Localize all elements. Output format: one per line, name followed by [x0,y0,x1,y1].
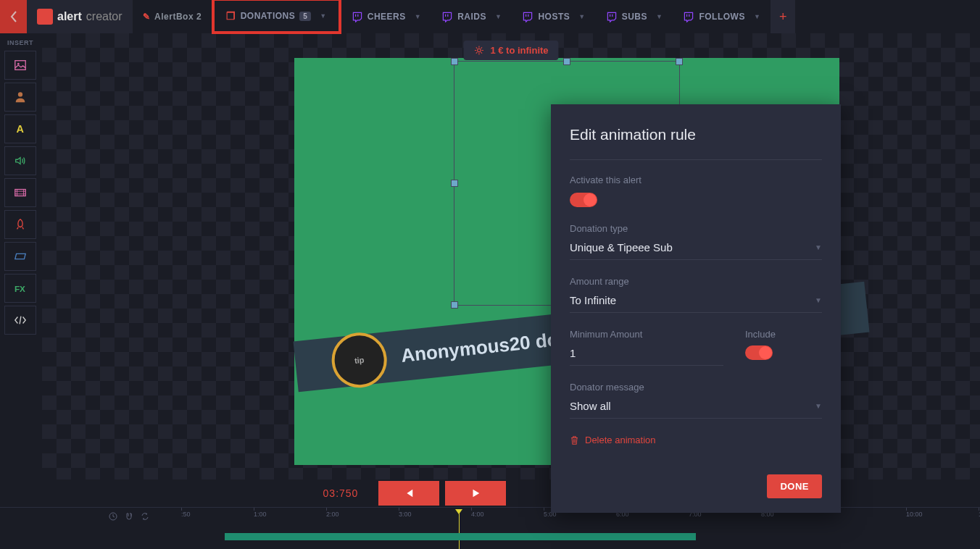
rule-chip[interactable]: 1 € to infinite [463,41,558,60]
twitch-icon [522,11,533,22]
resize-handle[interactable] [676,58,683,65]
tick: 10:00 [906,511,923,518]
tool-list: A FX [0,51,42,335]
donation-type-select[interactable]: Unique & Tipeee Sub ▼ [570,241,822,260]
tab-label: HOSTS [538,12,570,22]
donator-message-select[interactable]: Show all ▼ [570,400,822,419]
insert-video-button[interactable] [4,178,36,207]
tab-badge: 5 [299,12,311,21]
gear-icon [473,45,484,56]
insert-label: INSERT [0,33,42,51]
resize-handle[interactable] [563,58,570,65]
playhead[interactable] [453,508,462,529]
divider [570,159,822,160]
insert-code-button[interactable] [4,306,36,335]
timeline-track[interactable] [0,529,980,549]
track-clip[interactable] [225,533,696,540]
amount-range-label: Amount range [570,276,822,287]
timeline-ticks: :501:002:003:004:005:006:007:008:0010:00… [109,508,980,529]
min-amount-label: Minimum Amount [570,329,723,340]
back-button[interactable] [0,0,27,33]
user-icon [14,91,27,104]
twitch-icon [352,11,363,22]
dropdown-icon: ▼ [415,13,421,20]
logo-text: alert [57,10,82,23]
sound-icon [14,154,27,167]
tab-strip: ✎ AlertBox 2 ❐ DONATIONS 5 ▼ CHEERS ▼ RA… [133,0,796,33]
tab-subs[interactable]: SUBS ▼ [596,0,673,33]
shape-icon [14,250,27,263]
tab-donations[interactable]: ❐ DONATIONS 5 ▼ [212,0,341,34]
app-logo: alertcreator [27,0,133,33]
logo-text-2: creator [86,10,122,23]
tab-label: SUBS [622,12,647,22]
include-toggle[interactable] [745,345,773,360]
svg-rect-4 [15,190,25,196]
tab-label: DONATIONS [241,11,296,21]
donator-message-label: Donator message [570,382,822,393]
insert-rocket-button[interactable] [4,210,36,239]
select-value: Unique & Tipeee Sub [570,241,673,253]
amount-range-select[interactable]: To Infinite ▼ [570,294,822,313]
twitch-icon [683,11,694,22]
resize-handle[interactable] [451,301,458,309]
include-label: Include [745,329,822,340]
done-button[interactable]: DONE [767,474,822,498]
insert-fx-button[interactable]: FX [4,274,36,303]
tick: 2:00 [326,511,339,518]
select-value: To Infinite [570,294,616,306]
dropdown-icon: ▼ [815,402,822,410]
edit-animation-rule-modal: Edit animation rule Activate this alert … [551,104,841,513]
min-amount-input[interactable]: 1 [570,347,723,366]
code-icon [14,314,27,327]
svg-point-6 [478,49,481,52]
tab-cheers[interactable]: CHEERS ▼ [341,0,431,33]
activate-label: Activate this alert [570,175,822,185]
twitch-icon [441,11,453,22]
pencil-icon: ✎ [143,12,151,22]
banner-badge: tip [329,330,390,390]
image-icon [14,59,27,72]
insert-sound-button[interactable] [4,146,36,175]
svg-point-2 [18,92,22,96]
twitch-icon [606,11,618,22]
resize-handle[interactable] [451,180,458,187]
add-tab-button[interactable]: + [771,0,795,33]
chevron-left-icon [10,11,17,22]
delete-animation-button[interactable]: Delete animation [570,435,822,445]
tab-raids[interactable]: RAIDS ▼ [431,0,512,33]
insert-shape-button[interactable] [4,242,36,271]
top-bar: alertcreator ✎ AlertBox 2 ❐ DONATIONS 5 … [0,0,980,33]
dropdown-icon: ▼ [754,13,760,20]
svg-text:A: A [17,123,25,135]
dropdown-icon: ▼ [495,13,502,20]
insert-text-button[interactable]: A [4,114,36,143]
timecode: 03:750 [323,487,359,499]
play-button[interactable] [445,481,506,506]
tab-alertbox[interactable]: ✎ AlertBox 2 [133,0,212,33]
modal-title: Edit animation rule [570,126,822,143]
dropdown-icon: ▼ [578,13,585,20]
resize-handle[interactable] [451,58,458,65]
delete-label: Delete animation [585,435,656,445]
tab-hosts[interactable]: HOSTS ▼ [512,0,595,33]
insert-image-button[interactable] [4,51,36,80]
svg-rect-0 [15,61,25,70]
text-icon: A [14,122,27,135]
dropdown-icon: ▼ [815,296,822,304]
tab-follows[interactable]: FOLLOWS ▼ [673,0,771,33]
activate-toggle[interactable] [570,193,597,207]
tick: :50 [181,511,191,518]
donations-icon: ❐ [226,10,236,22]
insert-user-button[interactable] [4,83,36,112]
insert-toolbar: INSERT A FX [0,33,42,335]
svg-point-1 [17,63,20,65]
donation-type-label: Donation type [570,223,822,234]
fx-icon: FX [14,282,27,295]
prev-button[interactable] [378,481,439,506]
skip-prev-icon [404,488,414,498]
tick: 3:00 [399,511,412,518]
trash-icon [570,435,579,445]
dropdown-icon: ▼ [815,243,822,251]
tab-label: CHEERS [368,12,406,22]
